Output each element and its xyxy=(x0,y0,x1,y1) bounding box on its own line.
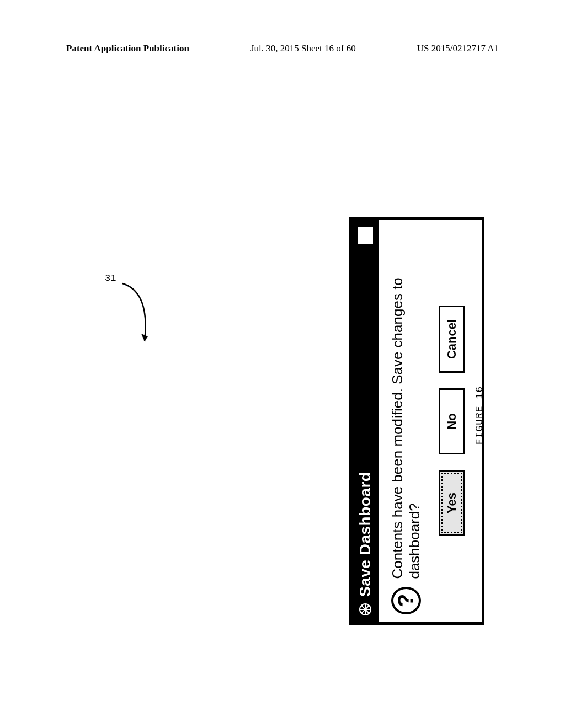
reference-number: 31 xyxy=(105,273,116,283)
header-mid: Jul. 30, 2015 Sheet 16 of 60 xyxy=(250,43,356,54)
question-icon: ? xyxy=(391,587,421,614)
reference-arrow-icon xyxy=(117,281,156,347)
cancel-button[interactable]: Cancel xyxy=(439,306,465,373)
yes-button[interactable]: Yes xyxy=(439,470,465,536)
close-button[interactable]: X xyxy=(356,225,375,246)
header-right: US 2015/0212717 A1 xyxy=(417,43,499,54)
page-header: Patent Application Publication Jul. 30, … xyxy=(0,43,565,54)
dialog-button-row: Yes No Cancel xyxy=(439,227,465,614)
reference-callout: 31 xyxy=(105,273,171,283)
dialog-titlebar: Save Dashboard X xyxy=(351,220,379,622)
save-dashboard-dialog: Save Dashboard X ? Contents have been mo… xyxy=(349,217,484,625)
dialog-message: Contents have been modified. Save change… xyxy=(389,227,423,579)
dialog-body: ? Contents have been modified. Save chan… xyxy=(379,220,482,622)
no-button[interactable]: No xyxy=(439,388,465,454)
dialog-title: Save Dashboard xyxy=(356,251,374,597)
figure-label: FIGURE 16 xyxy=(474,386,485,445)
app-icon xyxy=(358,602,372,617)
header-left: Patent Application Publication xyxy=(66,43,189,54)
